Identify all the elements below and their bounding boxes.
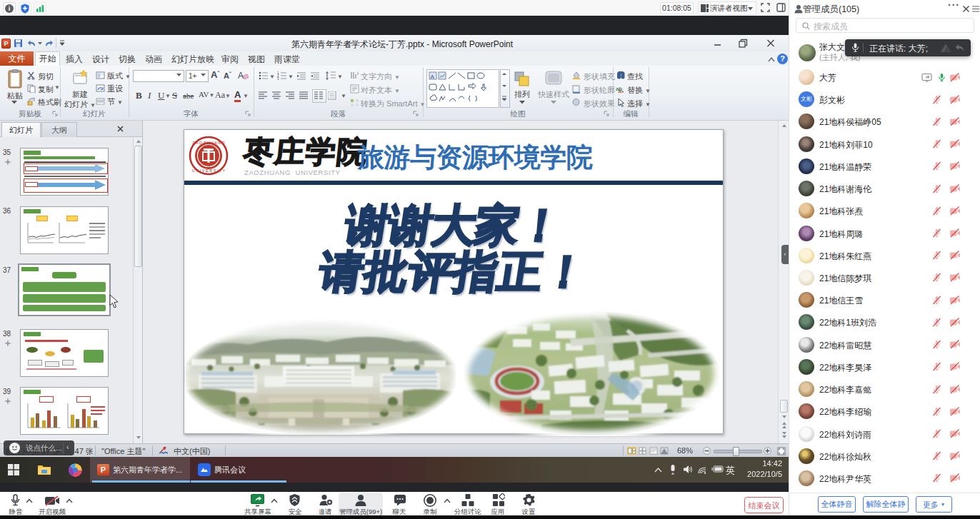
svg-text:A: A (431, 74, 435, 80)
svg-text:ab: ab (616, 86, 622, 92)
svg-text:A: A (238, 71, 244, 80)
svg-text:Z A O Z H U A N G: Z A O Z H U A N G (192, 141, 225, 145)
svg-text:3: 3 (277, 77, 279, 80)
svg-text:U N I V E R S I T Y: U N I V E R S I T Y (192, 168, 226, 173)
